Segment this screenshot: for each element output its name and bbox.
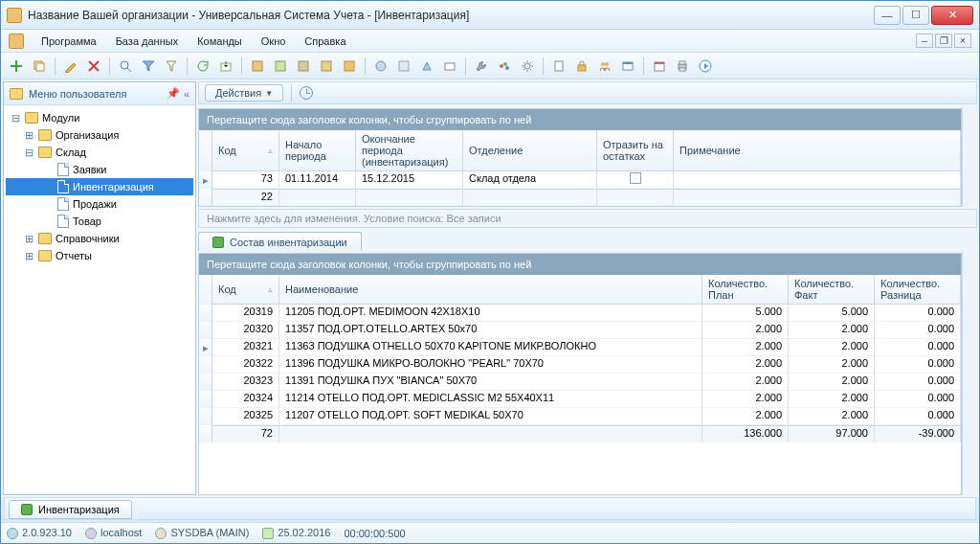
tool9-icon[interactable] bbox=[440, 57, 459, 76]
calendar-icon bbox=[262, 528, 274, 539]
tool1-icon[interactable] bbox=[248, 57, 267, 76]
bot-scrollbar[interactable] bbox=[962, 251, 977, 495]
wrench-icon[interactable] bbox=[472, 57, 491, 76]
tree-zayavki[interactable]: Заявки bbox=[6, 161, 193, 178]
actions-button[interactable]: Действия▼ bbox=[205, 84, 283, 102]
search-strip[interactable]: Нажмите здесь для изменения. Условие пои… bbox=[198, 209, 977, 228]
print-icon[interactable] bbox=[673, 57, 692, 76]
window-title: Название Вашей организации - Универсальн… bbox=[28, 9, 874, 22]
tool7-icon[interactable] bbox=[394, 57, 413, 76]
filter-icon[interactable] bbox=[139, 57, 158, 76]
folder-icon bbox=[10, 88, 23, 100]
svg-rect-11 bbox=[445, 63, 455, 70]
edit-icon[interactable] bbox=[61, 57, 80, 76]
table-row[interactable]: 2032011357 ПОД.ОРТ.OTELLO.ARTEX 50x702.0… bbox=[199, 322, 961, 339]
clock-icon[interactable] bbox=[300, 86, 313, 100]
tree-sprav[interactable]: ⊞Справочники bbox=[6, 230, 193, 247]
bcol-plan[interactable]: Количество. План bbox=[702, 275, 789, 305]
tool3-icon[interactable] bbox=[294, 57, 313, 76]
funnel-icon[interactable] bbox=[162, 57, 181, 76]
play-icon[interactable] bbox=[696, 57, 715, 76]
svg-point-15 bbox=[524, 63, 530, 69]
bottom-tab-inventory[interactable]: Инвентаризация bbox=[9, 500, 132, 519]
tool5-icon[interactable] bbox=[340, 57, 359, 76]
bottom-grid: Перетащите сюда заголовок колонки, чтобы… bbox=[198, 253, 962, 495]
table-row[interactable]: ▸2032111363 ПОДУШКА OTHELLO 50X70 KAPITO… bbox=[199, 339, 961, 356]
action-bar: Действия▼ bbox=[198, 81, 977, 104]
mdi-close-button[interactable]: × bbox=[954, 34, 971, 48]
main-toolbar bbox=[1, 53, 979, 79]
close-button[interactable]: ✕ bbox=[931, 6, 973, 25]
search-icon[interactable] bbox=[116, 57, 135, 76]
palette-icon[interactable] bbox=[495, 57, 514, 76]
menu-program[interactable]: Программа bbox=[33, 33, 104, 50]
bcol-diff[interactable]: Количество. Разница bbox=[875, 275, 961, 305]
calendar-icon[interactable] bbox=[650, 57, 669, 76]
bcol-code[interactable]: Код▵ bbox=[212, 275, 279, 305]
svg-rect-4 bbox=[253, 61, 262, 71]
bcol-name[interactable]: Наименование bbox=[279, 275, 702, 305]
col-reflect[interactable]: Отразить на остатках bbox=[597, 130, 674, 171]
tree-prodazhi[interactable]: Продажи bbox=[6, 195, 193, 213]
users-icon[interactable] bbox=[595, 57, 614, 76]
col-end[interactable]: Окончание периода (инвентаризация) bbox=[356, 130, 463, 171]
gear-icon[interactable] bbox=[518, 57, 537, 76]
menu-database[interactable]: База данных bbox=[108, 33, 187, 50]
app-window: Название Вашей организации - Универсальн… bbox=[0, 0, 980, 544]
reflect-checkbox[interactable] bbox=[630, 172, 641, 184]
tool4-icon[interactable] bbox=[317, 57, 336, 76]
menu-commands[interactable]: Команды bbox=[189, 33, 250, 50]
maximize-button[interactable]: ☐ bbox=[902, 6, 929, 25]
mdi-minimize-button[interactable]: – bbox=[916, 34, 933, 48]
status-host: localhost bbox=[85, 527, 142, 539]
col-code[interactable]: Код▵ bbox=[212, 130, 279, 171]
mdi-restore-button[interactable]: ❐ bbox=[935, 34, 952, 48]
tree-org[interactable]: ⊞Организация bbox=[6, 126, 193, 144]
tree-root[interactable]: ⊟Модули bbox=[6, 109, 193, 126]
table-row[interactable]: 2031911205 ПОД.ОРТ. MEDIMOON 42X18X105.0… bbox=[199, 305, 961, 322]
top-group-hint[interactable]: Перетащите сюда заголовок колонки, чтобы… bbox=[199, 109, 961, 130]
table-row[interactable]: 2032311391 ПОДУШКА ПУХ "BIANCA" 50X702.0… bbox=[199, 374, 961, 391]
svg-rect-5 bbox=[276, 61, 285, 71]
tool6-icon[interactable] bbox=[371, 57, 390, 76]
globe-icon bbox=[7, 528, 18, 539]
bot-group-hint[interactable]: Перетащите сюда заголовок колонки, чтобы… bbox=[199, 254, 961, 275]
subtab-composition[interactable]: Состав инвентаризации bbox=[198, 232, 362, 251]
col-start[interactable]: Начало периода bbox=[279, 130, 356, 171]
refresh-icon[interactable] bbox=[193, 57, 212, 76]
table-row[interactable]: 2032411214 OTELLO ПОД.ОРТ. MEDICLASSIC M… bbox=[199, 391, 961, 408]
copy-icon[interactable] bbox=[30, 57, 49, 76]
delete-icon[interactable] bbox=[84, 57, 103, 76]
menu-window[interactable]: Окно bbox=[254, 33, 294, 50]
svg-point-19 bbox=[605, 62, 609, 66]
svg-point-9 bbox=[376, 61, 386, 71]
svg-rect-25 bbox=[679, 61, 685, 64]
sidebar-header: Меню пользователя 📌 « bbox=[4, 82, 195, 105]
pin-icon[interactable]: 📌 bbox=[167, 87, 180, 100]
add-icon[interactable] bbox=[7, 57, 26, 76]
chevron-icon[interactable]: « bbox=[184, 88, 189, 100]
tool8-icon[interactable] bbox=[417, 57, 436, 76]
bcol-fact[interactable]: Количество. Факт bbox=[789, 275, 875, 305]
tree-otch[interactable]: ⊞Отчеты bbox=[6, 247, 193, 264]
tree-sklad[interactable]: ⊟Склад bbox=[6, 144, 193, 161]
menu-help[interactable]: Справка bbox=[297, 33, 353, 50]
svg-rect-6 bbox=[299, 61, 308, 71]
table-row[interactable]: 2032211396 ПОДУШКА МИКРО-ВОЛОКНО "PEARL"… bbox=[199, 356, 961, 374]
top-grid-footer: 22 bbox=[199, 189, 961, 206]
lock-icon[interactable] bbox=[572, 57, 591, 76]
svg-rect-26 bbox=[679, 68, 685, 71]
export-icon[interactable] bbox=[216, 57, 235, 76]
minimize-button[interactable]: — bbox=[874, 6, 901, 25]
table-row[interactable]: 2032511207 OTELLO ПОД.ОРТ. SOFT MEDIKAL … bbox=[199, 408, 961, 425]
top-grid-header: Код▵ Начало периода Окончание периода (и… bbox=[199, 130, 961, 171]
window-icon[interactable] bbox=[618, 57, 637, 76]
top-grid-row[interactable]: ▸ 73 01.11.2014 15.12.2015 Склад отдела bbox=[199, 171, 961, 189]
tree-tovar[interactable]: Товар bbox=[6, 213, 193, 230]
tree-inventarizaciya[interactable]: Инвентаризация bbox=[6, 178, 193, 195]
col-note[interactable]: Примечание bbox=[674, 130, 961, 171]
doc-icon[interactable] bbox=[549, 57, 568, 76]
top-scrollbar[interactable] bbox=[962, 106, 977, 207]
col-dept[interactable]: Отделение bbox=[463, 130, 597, 171]
tool2-icon[interactable] bbox=[271, 57, 290, 76]
